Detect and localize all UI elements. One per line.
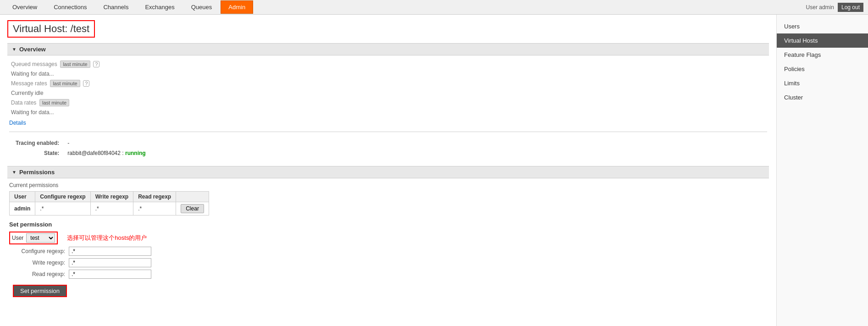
set-perm-btn-container: Set permission — [11, 281, 767, 297]
details-section: Tracing enabled: - State: rabbit@dafe80f… — [11, 138, 765, 159]
state-row: State: rabbit@dafe80f84042 : running — [12, 149, 149, 158]
permissions-header-label: Permissions — [19, 169, 55, 176]
sidebar-item-users[interactable]: Users — [777, 19, 868, 33]
read-regexp-row: Read regexp: — [9, 270, 767, 279]
tab-overview[interactable]: Overview — [5, 0, 45, 14]
data-rates-badge[interactable]: last minute — [39, 99, 69, 106]
page-title: Virtual Host: /test — [7, 20, 95, 38]
waiting1-row: Waiting for data... — [9, 69, 767, 78]
clear-button[interactable]: Clear — [181, 204, 204, 213]
perm-write: .* — [90, 202, 133, 215]
state-separator: : — [122, 150, 125, 156]
current-permissions-label: Current permissions — [9, 182, 767, 188]
tab-admin[interactable]: Admin — [221, 0, 253, 14]
set-permission-section: Set permission User test admin guest 选择可… — [9, 221, 767, 297]
permissions-header[interactable]: ▼ Permissions — [7, 166, 769, 178]
state-status: running — [125, 150, 146, 156]
sidebar-item-cluster[interactable]: Cluster — [777, 90, 868, 105]
data-rates-label: Data rates — [11, 99, 36, 106]
user-label: User admin — [806, 4, 834, 11]
perm-read: .* — [133, 202, 176, 215]
tracing-value: - — [64, 138, 149, 148]
set-permission-button[interactable]: Set permission — [13, 285, 67, 297]
sidebar-item-policies[interactable]: Policies — [777, 62, 868, 76]
sidebar-item-feature-flags[interactable]: Feature Flags — [777, 48, 868, 62]
currently-idle-row: Currently idle — [9, 88, 767, 98]
tracing-row: Tracing enabled: - — [12, 138, 149, 148]
tracing-label: Tracing enabled: — [12, 138, 63, 148]
message-rates-help[interactable]: ? — [83, 80, 89, 87]
sidebar-item-virtual-hosts[interactable]: Virtual Hosts — [777, 33, 868, 48]
permissions-content: Current permissions User Configure regex… — [7, 182, 769, 297]
user-info: User admin Log out — [806, 3, 863, 12]
user-dropdown[interactable]: test admin guest — [26, 233, 55, 243]
col-user: User — [10, 192, 35, 202]
permissions-arrow-icon: ▼ — [12, 170, 17, 175]
read-regexp-label: Read regexp: — [9, 271, 69, 277]
user-select-row: User test admin guest 选择可以管理这个hosts的用户 — [9, 232, 767, 244]
data-rates-row: Data rates last minute — [9, 98, 767, 108]
message-rates-label: Message rates — [11, 80, 47, 87]
queued-messages-help[interactable]: ? — [93, 61, 100, 67]
logout-button[interactable]: Log out — [838, 3, 863, 12]
state-node: rabbit@dafe80f84042 — [67, 150, 121, 156]
waiting2-row: Waiting for data... — [9, 108, 767, 117]
permissions-section: ▼ Permissions Current permissions User C… — [7, 166, 769, 297]
overview-content: Queued messages last minute ? Waiting fo… — [7, 59, 769, 159]
queued-messages-label: Queued messages — [11, 61, 57, 67]
configure-regexp-row: Configure regexp: — [9, 247, 767, 256]
table-row: admin .* .* .* Clear — [10, 202, 209, 215]
tab-queues[interactable]: Queues — [183, 0, 220, 14]
col-read: Read regexp — [133, 192, 176, 202]
message-rates-badge[interactable]: last minute — [50, 80, 80, 87]
annotation-text: 选择可以管理这个hosts的用户 — [67, 234, 147, 242]
waiting1-text: Waiting for data... — [11, 71, 54, 77]
state-label: State: — [12, 149, 63, 158]
set-perm-title: Set permission — [9, 221, 767, 228]
configure-regexp-input[interactable] — [69, 247, 151, 256]
nav-tabs: Overview Connections Channels Exchanges … — [5, 0, 253, 14]
perm-user: admin — [10, 202, 35, 215]
queued-messages-row: Queued messages last minute ? — [9, 59, 767, 69]
col-write: Write regexp — [90, 192, 133, 202]
details-link[interactable]: Details — [9, 120, 767, 126]
user-select-label: User — [12, 235, 23, 241]
perm-clear-cell: Clear — [176, 202, 209, 215]
perm-table-header-row: User Configure regexp Write regexp Read … — [10, 192, 209, 202]
configure-regexp-label: Configure regexp: — [9, 248, 69, 254]
permissions-table: User Configure regexp Write regexp Read … — [9, 191, 209, 215]
currently-idle-text: Currently idle — [11, 90, 44, 96]
sidebar-item-limits[interactable]: Limits — [777, 76, 868, 90]
tab-channels[interactable]: Channels — [95, 0, 136, 14]
user-select-box: User test admin guest — [9, 232, 58, 244]
tab-connections[interactable]: Connections — [46, 0, 94, 14]
write-regexp-input[interactable] — [69, 258, 151, 267]
write-regexp-label: Write regexp: — [9, 260, 69, 266]
tab-exchanges[interactable]: Exchanges — [137, 0, 182, 14]
waiting2-text: Waiting for data... — [11, 109, 54, 116]
overview-header[interactable]: ▼ Overview — [7, 43, 769, 55]
message-rates-row: Message rates last minute ? — [9, 78, 767, 88]
state-value: rabbit@dafe80f84042 : running — [64, 149, 149, 158]
sidebar: Users Virtual Hosts Feature Flags Polici… — [776, 15, 868, 326]
col-configure: Configure regexp — [35, 192, 90, 202]
overview-section: ▼ Overview Queued messages last minute ?… — [7, 43, 769, 159]
main-content: Virtual Host: /test ▼ Overview Queued me… — [0, 15, 776, 326]
read-regexp-input[interactable] — [69, 270, 151, 279]
details-table: Tracing enabled: - State: rabbit@dafe80f… — [11, 138, 150, 159]
queued-messages-badge[interactable]: last minute — [60, 61, 90, 68]
top-nav: Overview Connections Channels Exchanges … — [0, 0, 868, 15]
perm-configure: .* — [35, 202, 90, 215]
overview-arrow-icon: ▼ — [12, 47, 17, 52]
col-actions — [176, 192, 209, 202]
overview-header-label: Overview — [19, 46, 46, 53]
write-regexp-row: Write regexp: — [9, 258, 767, 267]
